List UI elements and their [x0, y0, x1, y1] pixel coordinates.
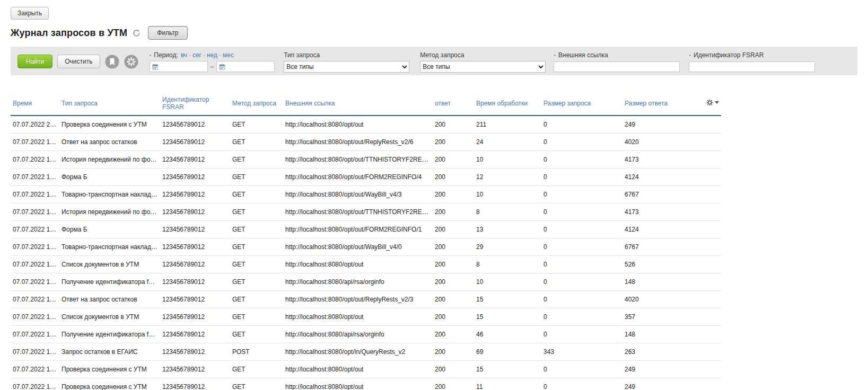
period-shortcut-2[interactable]: нед: [207, 51, 223, 59]
table-cell-7: 0: [541, 116, 622, 134]
table-row[interactable]: 07.07.2022 18:02Проверка соединения с УТ…: [11, 378, 721, 390]
table-cell-3: POST: [230, 343, 283, 361]
column-header-link-5[interactable]: ответ: [435, 100, 451, 107]
table-row[interactable]: 07.07.2022 18:05Форма Б123456789012GETht…: [11, 221, 721, 238]
column-header-link-8[interactable]: Размер ответа: [625, 100, 668, 107]
table-cell-2: 123456789012: [160, 203, 230, 221]
table-row[interactable]: 07.07.2022 20:09Проверка соединения с УТ…: [11, 116, 721, 134]
column-header-cell-3: Метод запроса: [230, 93, 283, 116]
table-cell-8: 6767: [622, 238, 697, 256]
table-cell-3: GET: [230, 308, 283, 326]
table-row[interactable]: 07.07.2022 18:04Ответ на запрос остатков…: [11, 291, 721, 308]
table-cell-7: 0: [541, 151, 622, 169]
table-cell-1: Форма Б: [59, 169, 160, 186]
request-method-select[interactable]: Все типы: [420, 61, 546, 73]
table-cell-4: http://localhost:8080/opt/out/FORM2REGIN…: [283, 221, 433, 238]
table-row[interactable]: 07.07.2022 18:03Запрос остатков в ЕГАИС1…: [11, 343, 721, 361]
requests-table: ВремяТип запросаИдентификатор FSRARМетод…: [11, 93, 721, 390]
table-cell-4: http://localhost:8080/opt/out: [283, 256, 433, 273]
column-header-link-6[interactable]: Время обработки: [476, 100, 528, 107]
period-from-box: [150, 61, 208, 72]
table-cell-3: GET: [230, 256, 283, 273]
find-button[interactable]: Найти: [17, 55, 52, 68]
table-row[interactable]: 07.07.2022 18:05Список документов в УТМ1…: [11, 256, 721, 273]
column-header-link-2[interactable]: Идентификатор FSRAR: [162, 96, 209, 111]
clear-button[interactable]: Очистить: [57, 55, 100, 68]
table-row[interactable]: 07.07.2022 18:05Товарно-транспортная нак…: [11, 186, 721, 203]
table-cell-8: 249: [622, 361, 697, 378]
table-cell-8: 4173: [622, 203, 697, 221]
period-shortcut-3[interactable]: мес: [223, 51, 234, 59]
table-row[interactable]: 07.07.2022 18:04Список документов в УТМ1…: [11, 308, 721, 326]
column-header-link-4[interactable]: Внешняя ссылка: [285, 100, 335, 107]
table-cell-8: 4020: [622, 134, 697, 151]
table-cell-7: 0: [541, 169, 622, 186]
table-cell-0: 07.07.2022 18:04: [11, 308, 59, 326]
fsrar-id-input[interactable]: [689, 61, 815, 72]
period-from-input[interactable]: [160, 63, 205, 70]
table-cell-3: GET: [230, 291, 283, 308]
filter-toggle-button[interactable]: Фильтр: [148, 26, 187, 40]
page-title: Журнал запросов в УТМ: [11, 28, 127, 39]
period-field: Период: вчсегнедмес –: [150, 50, 275, 72]
calendar-icon[interactable]: [219, 63, 225, 70]
table-row[interactable]: 07.07.2022 18:05Получение идентификатора…: [11, 273, 721, 291]
title-row: Журнал запросов в УТМ Фильтр: [11, 26, 857, 40]
close-button[interactable]: Закрыть: [11, 7, 49, 20]
save-filter-bookmark-icon[interactable]: [105, 55, 119, 69]
table-cell-8: 148: [622, 273, 697, 291]
column-header-link-0[interactable]: Время: [13, 100, 32, 107]
table-cell-3: GET: [230, 221, 283, 238]
table-cell-4: http://localhost:8080/opt/out: [283, 116, 433, 134]
column-header-link-1[interactable]: Тип запроса: [62, 100, 98, 107]
table-cell-8: 263: [622, 343, 697, 361]
table-cell-3: GET: [230, 186, 283, 203]
table-cell-1: Ответ на запрос остатков: [59, 291, 160, 308]
calendar-icon[interactable]: [152, 63, 159, 70]
period-to-input[interactable]: [227, 63, 272, 70]
column-header-link-3[interactable]: Метод запроса: [232, 100, 276, 107]
fsrar-id-field: Идентификатор FSRAR: [689, 50, 815, 72]
period-separator: –: [211, 63, 214, 70]
column-header-link-7[interactable]: Размер запроса: [543, 100, 591, 107]
table-cell-0: 07.07.2022 20:09: [11, 116, 59, 134]
period-shortcut-0[interactable]: вч: [181, 51, 192, 59]
request-type-label: Тип запроса: [284, 50, 409, 59]
table-row[interactable]: 07.07.2022 18:05История передвижений по …: [11, 203, 721, 221]
table-row[interactable]: 07.07.2022 18:05Форма Б123456789012GETht…: [11, 169, 721, 186]
table-cell-2: 123456789012: [160, 361, 230, 378]
table-row[interactable]: 07.07.2022 18:05Товарно-транспортная нак…: [11, 238, 721, 256]
table-cell-5: 200: [433, 186, 474, 203]
table-cell-1: История передвижений по форме Б: [59, 151, 160, 169]
table-cell-2: 123456789012: [160, 308, 230, 326]
table-cell-2: 123456789012: [160, 116, 230, 134]
filter-bar: Найти Очистить Период: [11, 47, 857, 75]
refresh-icon[interactable]: [133, 29, 141, 37]
table-cell-0: 07.07.2022 18:05: [11, 203, 59, 221]
table-cell-0: 07.07.2022 18:03: [11, 343, 59, 361]
filter-settings-gear-icon[interactable]: [124, 55, 138, 69]
table-cell-2: 123456789012: [160, 238, 230, 256]
table-cell-5: 200: [433, 291, 474, 308]
table-cell-3: GET: [230, 116, 283, 134]
table-row[interactable]: 07.07.2022 18:05Ответ на запрос остатков…: [11, 134, 721, 151]
table-cell-1: Получение идентификатора fsrar: [59, 273, 160, 291]
table-cell-settings-spacer: [697, 169, 721, 186]
table-cell-4: http://localhost:8080/api/rsa/orginfo: [283, 326, 433, 343]
table-cell-4: http://localhost:8080/opt/out/WayBill_v4…: [283, 186, 433, 203]
table-cell-4: http://localhost:8080/opt/out/ReplyRests…: [283, 291, 433, 308]
table-row[interactable]: 07.07.2022 18:03Проверка соединения с УТ…: [11, 361, 721, 378]
request-type-select[interactable]: Все типы: [284, 61, 409, 73]
table-cell-2: 123456789012: [160, 291, 230, 308]
external-link-input[interactable]: [554, 61, 680, 72]
table-cell-6: 8: [474, 203, 541, 221]
period-to-box: [216, 61, 275, 72]
table-settings-gear-icon[interactable]: [706, 99, 719, 106]
table-row[interactable]: 07.07.2022 18:05История передвижений по …: [11, 151, 721, 169]
table-row[interactable]: 07.07.2022 18:04Получение идентификатора…: [11, 326, 721, 343]
table-cell-0: 07.07.2022 18:05: [11, 151, 59, 169]
column-header-cell-7: Размер запроса: [541, 93, 622, 116]
period-shortcut-1[interactable]: сег: [192, 51, 207, 59]
period-label: Период: вчсегнедмес: [150, 50, 275, 59]
table-cell-settings-spacer: [697, 186, 721, 203]
